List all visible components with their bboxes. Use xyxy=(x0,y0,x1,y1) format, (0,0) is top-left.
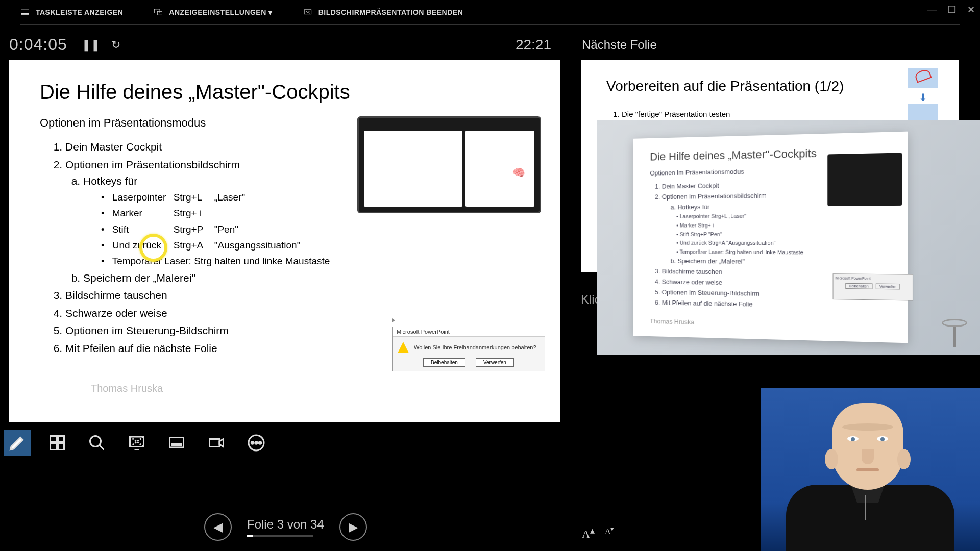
pen-tool-button[interactable] xyxy=(4,430,31,456)
font-decrease-button[interactable]: A▾ xyxy=(605,525,615,541)
dialog-title: Microsoft PowerPoint xyxy=(393,327,545,337)
prev-slide-button[interactable]: ◀ xyxy=(204,513,232,541)
slide-counter: Folie 3 von 34 xyxy=(247,517,324,532)
next-slide-shapes: ⬇ xyxy=(908,68,938,127)
slide-title: Die Hilfe deines „Master"-Cockpits xyxy=(40,81,530,104)
slide-item-3: Bildschirme tauschen xyxy=(65,287,530,304)
slide-navigation: ◀ Folie 3 von 34 ▶ xyxy=(204,513,367,541)
svg-point-20 xyxy=(255,442,258,444)
window-controls: — ❐ ✕ xyxy=(927,4,975,15)
current-slide-view[interactable]: Die Hilfe deines „Master"-Cockpits Optio… xyxy=(9,60,560,422)
black-screen-button[interactable] xyxy=(124,430,150,456)
more-options-button[interactable] xyxy=(243,430,270,456)
svg-rect-9 xyxy=(51,444,57,450)
dialog-keep-button: Beibehalten xyxy=(423,358,465,367)
show-taskbar-button[interactable]: TASKLEISTE ANZEIGEN xyxy=(20,8,123,17)
callout-line xyxy=(285,320,392,320)
next-slide-button[interactable]: ▶ xyxy=(339,513,367,541)
slide-item-2b: Speichern der „Malerei" xyxy=(83,270,530,287)
svg-rect-16 xyxy=(172,444,181,445)
arrow-down-icon: ⬇ xyxy=(908,91,938,104)
laser-highlight-icon xyxy=(139,234,167,262)
mic-stand-icon xyxy=(939,319,970,349)
next-slide-line1: Die "fertige" Präsentation testen xyxy=(622,110,933,118)
svg-point-19 xyxy=(251,442,254,444)
svg-rect-7 xyxy=(51,436,57,442)
camera-button[interactable] xyxy=(203,430,230,456)
brain-icon: 🧠 xyxy=(512,166,525,179)
hotkey-temp-laser: Temporärer Laser: Strg halten und linke … xyxy=(101,254,530,268)
see-all-slides-button[interactable] xyxy=(44,430,70,456)
photo-monitor-mock xyxy=(827,153,902,206)
photo-dialog-mock: Microsoft PowerPoint Beibehalten Verwerf… xyxy=(833,273,914,300)
svg-line-12 xyxy=(100,445,104,450)
elapsed-time: 0:04:05 xyxy=(9,35,67,54)
audience-monitor-photo: Die Hilfe deines „Master"-Cockpits Optio… xyxy=(597,120,980,355)
end-slideshow-icon xyxy=(303,8,312,17)
end-slideshow-label: BILDSCHIRMPRÄSENTATION BEENDEN xyxy=(318,8,463,16)
end-slideshow-button[interactable]: BILDSCHIRMPRÄSENTATION BEENDEN xyxy=(303,8,463,17)
svg-rect-13 xyxy=(130,437,144,447)
svg-point-21 xyxy=(259,442,261,444)
svg-rect-15 xyxy=(170,438,184,448)
close-icon[interactable]: ✕ xyxy=(967,4,975,15)
current-time: 22:21 xyxy=(516,37,551,53)
show-taskbar-label: TASKLEISTE ANZEIGEN xyxy=(36,8,123,16)
presenter-toolbar xyxy=(2,423,272,462)
notes-font-controls: A▴ A▾ xyxy=(582,525,614,541)
presenter-webcam xyxy=(761,388,980,551)
display-settings-button[interactable]: ANZEIGEEINSTELLUNGEN ▾ xyxy=(154,8,272,17)
next-slide-title: Vorbereiten auf die Präsentation (1/2) xyxy=(606,78,933,94)
subtitle-button[interactable] xyxy=(163,430,190,456)
reset-timer-button[interactable]: ↻ xyxy=(111,38,120,52)
svg-point-11 xyxy=(90,436,101,447)
warning-icon xyxy=(398,342,409,353)
dialog-message: Wollen Sie Ihre Freihandanmerkungen beha… xyxy=(414,344,536,350)
slide-screenshot-mock: 🧠 xyxy=(357,116,541,244)
dialog-mock: Microsoft PowerPoint Wollen Sie Ihre Fre… xyxy=(392,327,545,371)
svg-rect-4 xyxy=(304,10,311,14)
slide-author: Thomas Hruska xyxy=(91,383,530,394)
restore-icon[interactable]: ❐ xyxy=(948,4,956,15)
svg-rect-1 xyxy=(21,13,29,15)
display-settings-icon xyxy=(154,8,163,17)
svg-rect-17 xyxy=(210,439,220,447)
dialog-discard-button: Verwerfen xyxy=(476,358,514,367)
slide-progress xyxy=(247,535,313,537)
taskbar-icon xyxy=(20,8,30,17)
svg-rect-10 xyxy=(58,444,64,450)
photo-author: Thomas Hruska xyxy=(650,318,889,331)
display-settings-label: ANZEIGEEINSTELLUNGEN ▾ xyxy=(169,8,272,16)
svg-rect-8 xyxy=(58,436,64,442)
minimize-icon[interactable]: — xyxy=(927,4,937,15)
menubar: TASKLEISTE ANZEIGEN ANZEIGEEINSTELLUNGEN… xyxy=(0,0,980,24)
slide-item-4: Schwarze oder weise xyxy=(65,305,530,322)
timer-row: 0:04:05 ❚❚ ↻ 22:21 Nächste Folie xyxy=(0,25,980,60)
svg-rect-2 xyxy=(155,9,160,13)
font-increase-button[interactable]: A▴ xyxy=(582,525,595,541)
next-slide-header: Nächste Folie xyxy=(582,38,960,52)
pause-button[interactable]: ❚❚ xyxy=(82,38,100,52)
zoom-button[interactable] xyxy=(84,430,110,456)
